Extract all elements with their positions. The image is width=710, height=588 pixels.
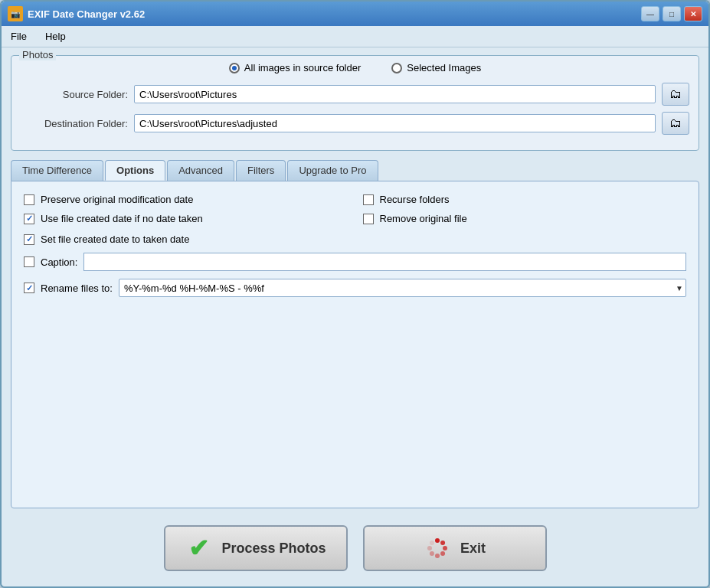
checkbox-preserve-icon xyxy=(24,194,34,205)
bottom-buttons: ✔ Process Photos xyxy=(11,518,699,579)
process-photos-button[interactable]: ✔ Process Photos xyxy=(164,525,348,571)
checkbox-use-file-created[interactable]: ✓ Use file created date if no date taken xyxy=(24,213,348,224)
tab-advanced[interactable]: Advanced xyxy=(167,160,234,181)
source-folder-label: Source Folder: xyxy=(21,89,128,100)
tab-upgrade[interactable]: Upgrade to Pro xyxy=(287,160,378,181)
exit-button[interactable]: Exit xyxy=(363,525,547,571)
tab-options[interactable]: Options xyxy=(105,160,165,181)
source-browse-button[interactable]: 🗂 xyxy=(662,83,689,106)
source-folder-row: Source Folder: 🗂 xyxy=(21,83,689,106)
checkbox-remove-original[interactable]: Remove original file xyxy=(363,213,687,224)
close-button[interactable]: ✕ xyxy=(684,6,702,21)
radio-row: All images in source folder Selected Ima… xyxy=(21,62,689,74)
checkbox-recurse-label: Recurse folders xyxy=(380,194,450,205)
tab-bar: Time Difference Options Advanced Filters… xyxy=(11,160,699,181)
checkbox-rename-label: Rename files to: xyxy=(41,283,113,294)
title-bar-left: 📷 EXIF Date Changer v2.62 xyxy=(8,6,145,21)
spinner-icon xyxy=(424,534,451,562)
rename-select[interactable]: %Y-%m-%d %H-%M-%S - %%f xyxy=(119,279,686,297)
svg-point-3 xyxy=(440,551,445,556)
checkmark-icon: ✔ xyxy=(185,534,212,562)
checkbox-caption[interactable]: Caption: xyxy=(24,256,77,268)
checkbox-use-created-icon: ✓ xyxy=(24,214,34,224)
svg-point-1 xyxy=(440,541,445,545)
checkbox-set-created-icon: ✓ xyxy=(24,234,34,245)
photos-group-label: Photos xyxy=(19,49,56,60)
checkbox-caption-icon xyxy=(24,256,34,267)
destination-folder-input[interactable] xyxy=(134,114,656,132)
checkbox-set-file-created[interactable]: ✓ Set file created date to taken date xyxy=(24,234,189,245)
checkbox-remove-label: Remove original file xyxy=(380,213,467,224)
title-bar: 📷 EXIF Date Changer v2.62 — □ ✕ xyxy=(2,2,708,26)
svg-point-6 xyxy=(427,546,432,550)
svg-point-7 xyxy=(430,541,434,545)
window-title: EXIF Date Changer v2.62 xyxy=(28,8,145,20)
svg-point-5 xyxy=(430,551,434,556)
main-window: 📷 EXIF Date Changer v2.62 — □ ✕ File Hel… xyxy=(0,0,710,588)
set-file-created-row: ✓ Set file created date to taken date xyxy=(24,234,686,245)
tab-content-options: Preserve original modification date Recu… xyxy=(11,181,699,508)
checkbox-preserve-label: Preserve original modification date xyxy=(41,194,193,205)
menu-file[interactable]: File xyxy=(8,29,30,44)
tabs-container: Time Difference Options Advanced Filters… xyxy=(11,160,699,508)
checkbox-recurse-folders[interactable]: Recurse folders xyxy=(363,194,687,205)
svg-point-4 xyxy=(435,554,440,558)
rename-select-wrapper: %Y-%m-%d %H-%M-%S - %%f ▼ xyxy=(119,279,686,297)
radio-selected-circle xyxy=(391,63,402,74)
maximize-button[interactable]: □ xyxy=(663,6,681,21)
checkbox-set-created-label: Set file created date to taken date xyxy=(41,234,189,245)
tab-time-difference[interactable]: Time Difference xyxy=(11,160,103,181)
photos-group: Photos All images in source folder Selec… xyxy=(11,55,699,151)
title-bar-buttons: — □ ✕ xyxy=(641,6,702,21)
tab-filters[interactable]: Filters xyxy=(236,160,286,181)
svg-point-0 xyxy=(435,538,440,543)
destination-browse-button[interactable]: 🗂 xyxy=(662,112,689,135)
minimize-button[interactable]: — xyxy=(641,6,659,21)
checkbox-caption-label: Caption: xyxy=(41,256,77,268)
checkbox-remove-icon xyxy=(363,214,374,224)
checkbox-preserve-modification[interactable]: Preserve original modification date xyxy=(24,194,348,205)
radio-all-circle xyxy=(229,63,240,74)
checkbox-rename-icon: ✓ xyxy=(24,283,34,293)
destination-folder-row: Destination Folder: 🗂 xyxy=(21,112,689,135)
menu-help[interactable]: Help xyxy=(42,29,69,44)
caption-input[interactable] xyxy=(83,253,686,271)
destination-folder-label: Destination Folder: xyxy=(21,118,128,129)
checkbox-use-created-label: Use file created date if no date taken xyxy=(41,213,203,224)
app-icon: 📷 xyxy=(8,6,23,21)
options-grid: Preserve original modification date Recu… xyxy=(24,194,686,224)
radio-all-label: All images in source folder xyxy=(244,62,361,74)
checkbox-rename-files[interactable]: ✓ Rename files to: xyxy=(24,283,113,294)
main-content: Photos All images in source folder Selec… xyxy=(2,47,708,586)
radio-all-images[interactable]: All images in source folder xyxy=(229,62,361,74)
radio-selected-label: Selected Images xyxy=(407,62,481,74)
caption-row: Caption: xyxy=(24,253,686,271)
svg-point-2 xyxy=(443,546,447,550)
radio-selected-images[interactable]: Selected Images xyxy=(391,62,481,74)
source-folder-input[interactable] xyxy=(134,85,656,103)
checkbox-recurse-icon xyxy=(363,194,374,205)
menu-bar: File Help xyxy=(2,26,708,47)
rename-row: ✓ Rename files to: %Y-%m-%d %H-%M-%S - %… xyxy=(24,279,686,297)
